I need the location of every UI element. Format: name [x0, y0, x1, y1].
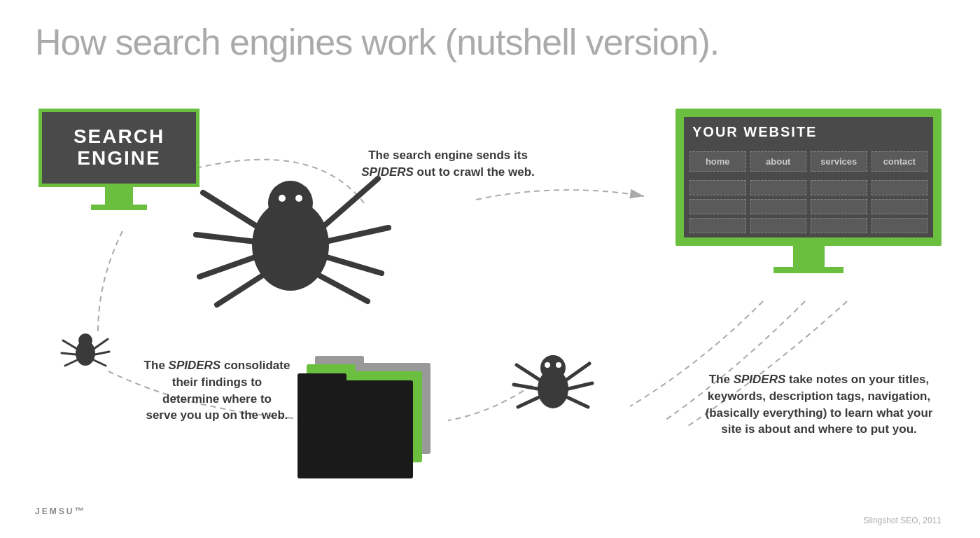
- content-block: [750, 199, 807, 214]
- svg-line-9: [322, 256, 382, 273]
- monitor-label: SEARCH ENGINE: [74, 126, 164, 170]
- content-block: [872, 180, 928, 195]
- content-block: [690, 218, 746, 233]
- svg-line-16: [62, 353, 76, 354]
- svg-line-7: [322, 179, 378, 228]
- svg-point-2: [268, 181, 313, 226]
- svg-line-5: [200, 256, 259, 277]
- monitor-base: [91, 205, 147, 210]
- annotation-bottom-right: The SPIDERS take notes on your titles,ke…: [693, 371, 945, 438]
- monitor-inner: YOUR WEBSITE home about services contact: [684, 117, 933, 237]
- content-block: [811, 218, 867, 233]
- svg-line-6: [217, 273, 266, 305]
- folder-stack: [294, 356, 444, 485]
- svg-line-3: [203, 193, 259, 228]
- spider-small-right: [511, 340, 595, 424]
- monitor-outer-frame: YOUR WEBSITE home about services contact: [676, 109, 941, 246]
- svg-line-20: [94, 360, 106, 366]
- svg-point-29: [545, 362, 550, 368]
- jemsu-logo: JEMSU™: [35, 505, 86, 524]
- svg-point-22: [540, 355, 566, 380]
- content-block: [872, 218, 928, 233]
- svg-line-25: [518, 397, 539, 407]
- content-block: [872, 199, 928, 214]
- nav-contact: contact: [872, 151, 928, 172]
- nav-about: about: [750, 151, 807, 172]
- content-block: [750, 218, 807, 233]
- svg-line-17: [65, 360, 77, 366]
- svg-line-24: [514, 385, 538, 389]
- search-engine-monitor: SEARCH ENGINE: [38, 109, 200, 210]
- trademark-symbol: ™: [74, 505, 86, 516]
- website-content: [684, 176, 933, 237]
- content-row-1: [690, 180, 927, 195]
- svg-point-30: [556, 362, 561, 368]
- nav-services: services: [811, 151, 867, 172]
- website-title-bar: YOUR WEBSITE: [684, 117, 933, 147]
- website-base: [774, 267, 844, 273]
- monitor-stand: [105, 187, 133, 205]
- content-block: [750, 180, 807, 195]
- svg-line-18: [94, 339, 108, 349]
- website-nav: home about services contact: [684, 147, 933, 176]
- svg-point-11: [279, 195, 286, 202]
- content-block: [690, 199, 746, 214]
- annotation-bottom-left: The SPIDERS consolidatetheir findings to…: [119, 357, 315, 424]
- svg-line-27: [568, 383, 592, 389]
- svg-line-28: [567, 397, 588, 407]
- content-row-3: [690, 218, 927, 233]
- content-block: [811, 199, 867, 214]
- website-stand: [793, 246, 825, 267]
- nav-home: home: [690, 151, 746, 172]
- spider-small-left: [59, 324, 112, 376]
- svg-line-10: [315, 273, 368, 301]
- content-block: [690, 180, 746, 195]
- svg-point-12: [295, 195, 302, 202]
- content-row-2: [690, 199, 927, 214]
- page-title: How search engines work (nutshell versio…: [35, 21, 719, 63]
- svg-line-26: [566, 364, 589, 380]
- content-block: [811, 180, 867, 195]
- annotation-top-center: The search engine sends itsSPIDERS out t…: [350, 147, 546, 181]
- svg-line-19: [95, 352, 109, 354]
- svg-point-14: [78, 333, 92, 347]
- svg-line-4: [196, 235, 255, 242]
- website-monitor: YOUR WEBSITE home about services contact: [676, 109, 941, 273]
- svg-line-8: [326, 228, 388, 242]
- website-title: YOUR WEBSITE: [692, 124, 817, 139]
- monitor-screen: SEARCH ENGINE: [38, 109, 200, 187]
- svg-line-15: [63, 340, 77, 349]
- svg-line-23: [517, 365, 540, 380]
- attribution-text: Slingshot SEO, 2011: [864, 516, 941, 525]
